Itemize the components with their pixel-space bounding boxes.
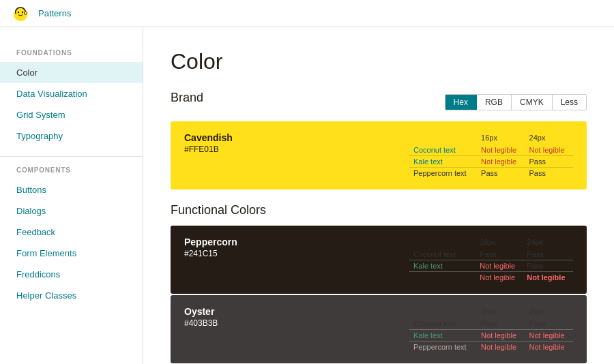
row-v24: Pass [525,156,573,168]
row-v24: Pass [525,318,573,330]
table-row: Not legible Not legible [409,272,573,284]
row-v24: Not legible [525,145,573,156]
sidebar-item-buttons[interactable]: Buttons [0,179,143,200]
row-label: Peppercorn text [409,168,477,179]
table-row: Kale text Not legible Pass [409,156,573,168]
peppercorn-col-label [409,237,476,249]
row-label: Kale text [409,156,477,168]
brand-title: Brand [171,91,203,105]
oyster-col-24: 24px [525,306,573,318]
format-less-button[interactable]: Less [553,95,586,110]
peppercorn-col-24: 24px [523,237,573,249]
content-area: Color Brand Hex RGB CMYK Less Cavendish … [143,27,614,364]
row-label [409,272,476,284]
row-label: Peppercorn text [409,342,477,353]
peppercorn-col-16: 16px [476,237,523,249]
table-row: Coconut text Not legible Not legible [409,145,573,156]
row-v16: Not legible [476,272,523,284]
sidebar-divider [0,156,143,157]
oyster-swatch: Oyster #403B3B 16px 24px Coconut text [171,295,587,363]
row-v16: Not legible [477,145,525,156]
row-label: Coconut text [409,249,476,260]
functional-title: Functional Colors [171,203,587,217]
row-label: Coconut text [409,318,477,330]
components-label: COMPONENTS [0,166,143,179]
sidebar-item-color[interactable]: Color [0,62,143,83]
row-v16: Pass [476,249,523,260]
page-title: Color [171,49,587,74]
table-row: Peppercorn text Not legible Not legible [409,342,573,353]
oyster-contrast-table: 16px 24px Coconut text Pass Pass Kale te… [409,306,573,352]
format-toggle: Hex RGB CMYK Less [445,94,587,110]
table-row: Peppercorn text Pass Pass [409,168,573,179]
table-row: Coconut text Pass Pass [409,249,573,260]
oyster-col-16: 16px [477,306,525,318]
format-hex-button[interactable]: Hex [445,95,477,110]
logo-icon [11,4,30,23]
row-v16: Pass [477,318,525,330]
main-layout: FOUNDATIONS Color Data Visualization Gri… [0,27,614,364]
cavendish-swatch: Cavendish #FFE01B 16px 24px Coconut text [171,121,587,189]
oyster-col-label [409,306,477,318]
row-v24: Pass [523,260,573,272]
peppercorn-swatch: Peppercorn #241C15 16px 24px Coconut tex… [171,226,587,294]
cavendish-col-16: 16px [477,132,525,145]
sidebar: FOUNDATIONS Color Data Visualization Gri… [0,27,143,364]
brand-header-row: Brand Hex RGB CMYK Less [171,91,587,113]
row-v16: Not legible [477,330,525,342]
row-v16: Not legible [477,156,525,168]
row-label: Kale text [409,330,477,342]
row-v24: Pass [525,168,573,179]
svg-point-4 [25,11,27,14]
format-cmyk-button[interactable]: CMYK [512,95,553,110]
table-row: Kale text Not legible Pass [409,260,573,272]
row-label: Kale text [409,260,476,272]
table-row: Kale text Not legible Not legible [409,330,573,342]
cavendish-col-label [409,132,477,145]
foundations-label: FOUNDATIONS [0,49,143,62]
sidebar-item-data-visualization[interactable]: Data Visualization [0,83,143,104]
table-row: Coconut text Pass Pass [409,318,573,330]
row-v24: Not legible [525,330,573,342]
top-nav: Patterns [0,0,614,27]
row-v16: Not legible [476,260,523,272]
format-rgb-button[interactable]: RGB [477,95,512,110]
sidebar-item-helper-classes[interactable]: Helper Classes [0,285,143,306]
cavendish-contrast-table: 16px 24px Coconut text Not legible Not l… [409,132,573,179]
sidebar-item-grid-system[interactable]: Grid System [0,104,143,125]
sidebar-item-form-elements[interactable]: Form Elements [0,243,143,264]
row-v16: Pass [477,168,525,179]
sidebar-item-dialogs[interactable]: Dialogs [0,200,143,222]
row-label: Coconut text [409,145,477,156]
sidebar-item-typography[interactable]: Typography [0,125,143,147]
row-v24: Pass [523,249,573,260]
row-v24: Not legible [523,272,573,284]
row-v24: Not legible [525,342,573,353]
sidebar-item-feedback[interactable]: Feedback [0,222,143,243]
patterns-link[interactable]: Patterns [38,8,71,18]
svg-point-1 [16,8,25,18]
row-v16: Not legible [477,342,525,353]
peppercorn-contrast-table: 16px 24px Coconut text Pass Pass Kale te… [409,237,573,283]
svg-point-2 [18,11,19,12]
svg-point-3 [22,11,23,12]
cavendish-col-24: 24px [525,132,573,145]
sidebar-item-freddicons[interactable]: Freddicons [0,264,143,285]
